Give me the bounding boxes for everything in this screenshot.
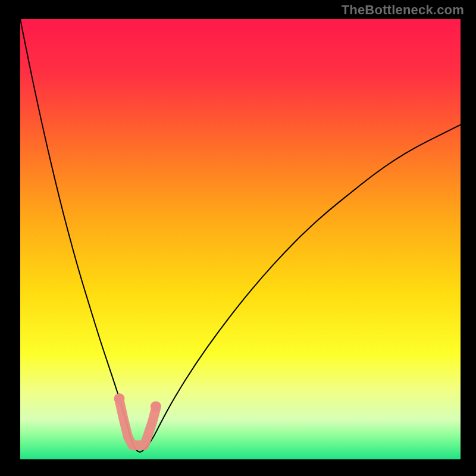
valley-marker xyxy=(120,400,156,445)
plot-area xyxy=(20,19,461,459)
valley-marker-cap xyxy=(114,393,125,404)
valley-marker-cap xyxy=(151,401,161,412)
watermark-text: TheBottleneck.com xyxy=(342,2,464,18)
bottleneck-curve xyxy=(20,19,461,452)
chart-frame: TheBottleneck.com xyxy=(0,0,476,476)
curve-layer xyxy=(20,19,461,459)
